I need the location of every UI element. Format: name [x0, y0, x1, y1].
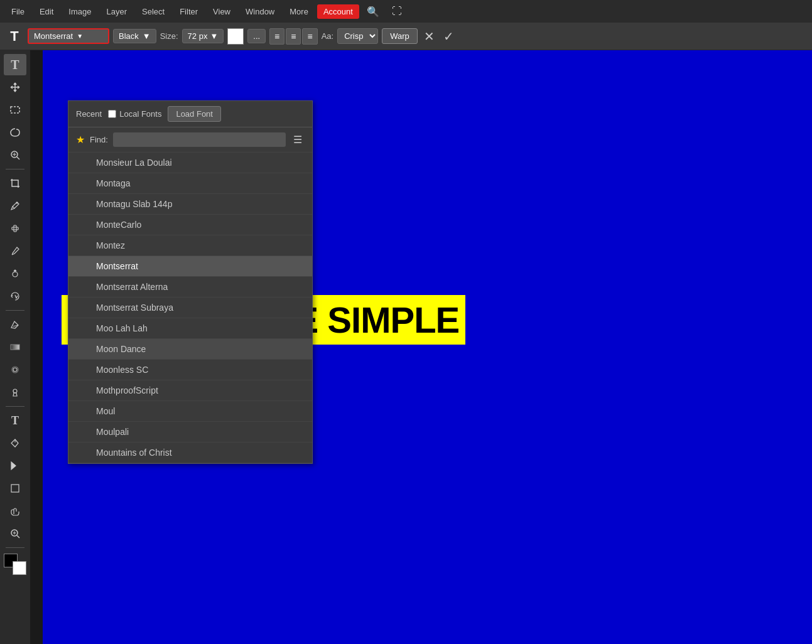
font-list-item[interactable]: MonteCarlo	[68, 215, 312, 235]
warp-button[interactable]: Warp	[382, 28, 418, 44]
find-label: Find:	[90, 135, 108, 144]
tool-divider-1	[6, 169, 24, 169]
type-btn-2[interactable]: T	[4, 410, 26, 431]
local-fonts-checkbox[interactable]	[108, 110, 116, 118]
menu-file[interactable]: File	[5, 4, 31, 19]
svg-rect-0	[11, 107, 19, 113]
font-list-item[interactable]: Monsieur La Doulai	[68, 153, 312, 173]
weight-arrow: ▼	[143, 31, 151, 41]
font-selector[interactable]: Montserrat ▼	[28, 28, 109, 44]
tool-divider-2	[6, 310, 24, 311]
brush-btn[interactable]	[4, 240, 26, 262]
ellipsis-button[interactable]: ...	[247, 29, 266, 43]
font-list-item[interactable]: Moo Lah Lah	[68, 318, 312, 339]
color-picker[interactable]	[227, 28, 244, 45]
star-icon[interactable]: ★	[76, 134, 85, 146]
toolbar: T Montserrat ▼ Black ▼ Size: 72 px ▼ ...…	[0, 23, 812, 50]
clone-btn[interactable]	[4, 263, 26, 284]
anti-alias-selector[interactable]: Crisp	[337, 28, 378, 44]
svg-line-2	[17, 157, 19, 159]
gradient-btn[interactable]	[4, 336, 26, 358]
svg-rect-10	[11, 345, 19, 350]
menu-layer[interactable]: Layer	[100, 4, 134, 19]
font-list-item[interactable]: Moonless SC	[68, 360, 312, 380]
type-tool-btn[interactable]: T	[4, 54, 26, 75]
font-size-selector[interactable]: 72 px ▼	[182, 29, 224, 43]
font-list-item[interactable]: Montez	[68, 235, 312, 256]
font-list-item[interactable]: Mountains of Christ	[68, 443, 312, 463]
search-icon[interactable]: 🔍	[362, 3, 384, 20]
path-select-btn[interactable]	[4, 455, 26, 476]
dodge-btn[interactable]	[4, 382, 26, 403]
svg-point-13	[13, 389, 17, 393]
font-search-input[interactable]	[113, 132, 286, 147]
aa-label: Aa:	[322, 31, 334, 41]
menu-edit[interactable]: Edit	[33, 4, 60, 19]
size-label: Size:	[160, 31, 178, 41]
confirm-button[interactable]: ✓	[441, 29, 457, 44]
color-swatches[interactable]	[4, 554, 26, 575]
move-tool-btn[interactable]	[4, 77, 26, 98]
menu-filter[interactable]: Filter	[173, 4, 204, 19]
font-list-item[interactable]: Montaga	[68, 173, 312, 194]
tool-divider-3	[6, 406, 24, 407]
font-list-item[interactable]: Montserrat Alterna	[68, 277, 312, 298]
cancel-button[interactable]: ✕	[421, 29, 437, 44]
zoom-btn[interactable]	[4, 523, 26, 544]
align-center-button[interactable]: ≡	[286, 28, 301, 45]
font-menu-icon[interactable]: ☰	[291, 132, 305, 147]
svg-line-17	[17, 535, 19, 538]
main-area: T	[0, 50, 812, 644]
menu-account[interactable]: Account	[317, 4, 359, 19]
font-weight-label: Black	[119, 31, 139, 41]
font-dropdown-arrow: ▼	[77, 33, 83, 40]
tool-divider-4	[6, 547, 24, 548]
local-fonts-check[interactable]: Local Fonts	[108, 109, 161, 119]
load-font-button[interactable]: Load Font	[168, 106, 221, 122]
healing-btn[interactable]	[4, 218, 26, 239]
font-list: Monsieur La DoulaiMontagaMontagu Slab 14…	[68, 153, 312, 463]
font-list-item[interactable]: Montagu Slab 144p	[68, 194, 312, 215]
font-list-item[interactable]: Montserrat	[68, 256, 312, 277]
svg-rect-7	[14, 225, 16, 232]
menu-window[interactable]: Window	[239, 4, 281, 19]
size-value: 72 px	[188, 31, 208, 41]
eraser-btn[interactable]	[4, 314, 26, 335]
marquee-tool-btn[interactable]	[4, 99, 26, 121]
svg-rect-6	[12, 227, 18, 230]
menu-more[interactable]: More	[283, 4, 315, 19]
menu-view[interactable]: View	[207, 4, 237, 19]
quick-select-btn[interactable]	[4, 144, 26, 166]
svg-rect-15	[11, 485, 19, 492]
history-brush-btn[interactable]	[4, 286, 26, 307]
svg-point-8	[13, 272, 18, 277]
lasso-tool-btn[interactable]	[4, 122, 26, 143]
canvas-area: DESIGN MADE SIMPLE Recent Local Fonts Lo…	[30, 50, 812, 644]
font-list-item[interactable]: Moul	[68, 401, 312, 422]
crop-tool-btn[interactable]	[4, 173, 26, 194]
text-tool-icon: T	[5, 28, 24, 45]
font-search-row: ★ Find: ☰	[68, 127, 312, 153]
hand-btn[interactable]	[4, 500, 26, 522]
align-left-button[interactable]: ≡	[269, 28, 284, 45]
menu-select[interactable]: Select	[136, 4, 171, 19]
blur-btn[interactable]	[4, 359, 26, 380]
font-list-item[interactable]: Moon Dance	[68, 339, 312, 360]
font-list-item[interactable]: Moulpali	[68, 422, 312, 443]
font-list-item[interactable]: MothproofScript	[68, 380, 312, 401]
recent-label: Recent	[76, 109, 102, 119]
font-panel: Recent Local Fonts Load Font ★ Find: ☰ M…	[68, 100, 313, 464]
local-fonts-label: Local Fonts	[119, 109, 161, 119]
font-list-item[interactable]: Montserrat Subraya	[68, 298, 312, 318]
shape-btn[interactable]	[4, 478, 26, 499]
background-swatch[interactable]	[13, 561, 26, 575]
menu-image[interactable]: Image	[62, 4, 97, 19]
align-right-button[interactable]: ≡	[302, 28, 317, 45]
menu-bar: File Edit Image Layer Select Filter View…	[0, 0, 812, 23]
pen-btn[interactable]	[4, 432, 26, 454]
svg-point-12	[13, 368, 17, 372]
align-group: ≡ ≡ ≡	[269, 28, 318, 45]
font-weight-selector[interactable]: Black ▼	[113, 29, 156, 43]
fullscreen-icon[interactable]: ⛶	[387, 3, 407, 19]
eyedropper-btn[interactable]	[4, 195, 26, 217]
